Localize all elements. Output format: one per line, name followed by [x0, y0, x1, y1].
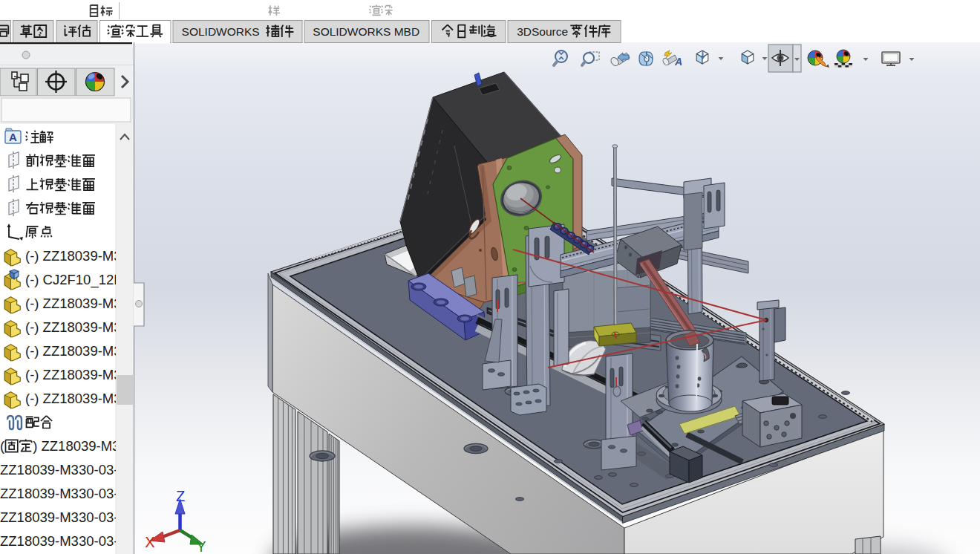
svg-text:(: (	[0, 438, 5, 454]
svg-text:A: A	[9, 131, 17, 143]
svg-text:ZZ18039-M330-03-00: ZZ18039-M330-03-00	[0, 509, 134, 525]
svg-text:ZZ18039-M330-03-00: ZZ18039-M330-03-00	[0, 462, 134, 478]
svg-text:ZZ18039-M330-03-00: ZZ18039-M330-03-00	[0, 486, 134, 501]
svg-text:Z: Z	[176, 488, 185, 504]
svg-text:SOLIDWORKS: SOLIDWORKS	[182, 25, 260, 38]
svg-text:ZZ18039-M330-03-00: ZZ18039-M330-03-00	[0, 533, 134, 549]
svg-text:3DSource: 3DSource	[517, 25, 568, 38]
svg-text:A: A	[674, 56, 682, 68]
svg-text:Y: Y	[196, 538, 206, 554]
svg-text:X: X	[145, 534, 154, 550]
svg-text:SOLIDWORKS MBD: SOLIDWORKS MBD	[313, 25, 419, 38]
